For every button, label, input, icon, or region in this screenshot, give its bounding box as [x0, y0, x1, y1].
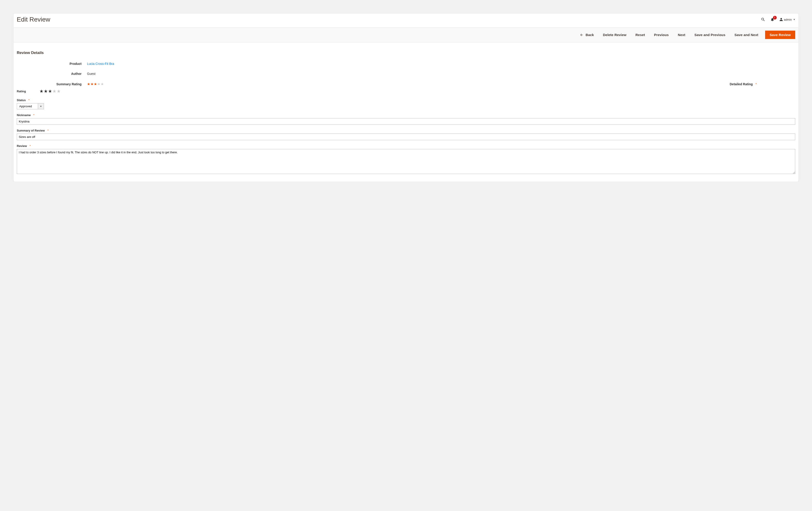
page-title: Edit Review	[17, 16, 50, 23]
author-value: Guest	[87, 72, 95, 76]
delete-review-button[interactable]: Delete Review	[598, 31, 631, 39]
content-area: Review Details Product Lucia Cross-Fit B…	[13, 43, 799, 174]
user-name-label: admin	[784, 18, 792, 21]
product-label: Product	[17, 62, 87, 65]
star-icon: ★	[100, 82, 104, 86]
save-review-button[interactable]: Save Review	[765, 31, 795, 39]
star-icon[interactable]: ★	[39, 88, 44, 94]
star-icon[interactable]: ★	[52, 88, 56, 94]
star-icon: ★	[97, 82, 100, 86]
rating-field: Rating ★★★★★	[17, 88, 795, 94]
notifications-button[interactable]: 1	[770, 17, 774, 22]
star-icon[interactable]: ★	[44, 88, 48, 94]
required-mark: *	[756, 82, 757, 86]
nickname-label: Nickname *	[17, 113, 795, 117]
status-field: Status * Approved ▼	[17, 99, 795, 109]
status-select[interactable]: Approved ▼	[17, 103, 44, 109]
author-label: Author	[17, 72, 87, 76]
rating-label: Rating	[17, 89, 39, 93]
nickname-field: Nickname *	[17, 113, 795, 125]
notification-badge: 1	[773, 16, 777, 20]
author-field: Author Guest	[17, 72, 795, 76]
star-icon: ★	[90, 82, 93, 86]
summary-input[interactable]	[17, 134, 795, 140]
search-icon[interactable]	[761, 17, 765, 22]
star-icon: ★	[87, 82, 90, 86]
chevron-down-icon: ▼	[793, 18, 795, 21]
action-bar: Back Delete Review Reset Previous Next S…	[13, 27, 799, 43]
review-label: Review *	[17, 144, 795, 147]
page-header: Edit Review 1 admin ▼	[13, 14, 799, 27]
required-mark: *	[28, 99, 29, 102]
save-next-button[interactable]: Save and Next	[730, 31, 763, 39]
section-title: Review Details	[17, 51, 795, 55]
header-actions: 1 admin ▼	[761, 17, 795, 22]
user-menu[interactable]: admin ▼	[779, 18, 795, 21]
required-mark: *	[47, 129, 49, 132]
summary-label: Summary of Review *	[17, 129, 795, 132]
save-previous-button[interactable]: Save and Previous	[690, 31, 730, 39]
back-button[interactable]: Back	[575, 31, 599, 39]
summary-rating-label: Summary Rating	[17, 82, 87, 86]
required-mark: *	[29, 144, 31, 147]
required-mark: *	[33, 113, 34, 117]
star-icon[interactable]: ★	[57, 88, 61, 94]
status-label: Status *	[17, 99, 795, 102]
product-link[interactable]: Lucia Cross-Fit Bra	[87, 62, 114, 65]
review-text-field: Review * I had to order 3 sizes before I…	[17, 144, 795, 174]
rating-stars[interactable]: ★★★★★	[39, 88, 61, 94]
summary-rating-row: Summary Rating ★★★★★ Detailed Rating *	[17, 82, 795, 86]
previous-button[interactable]: Previous	[649, 31, 673, 39]
review-textarea[interactable]: I had to order 3 sizes before I found my…	[17, 149, 795, 174]
status-select-input[interactable]: Approved	[17, 103, 38, 109]
star-icon[interactable]: ★	[48, 88, 52, 94]
summary-rating-stars: ★★★★★	[87, 82, 104, 86]
chevron-down-icon: ▼	[38, 103, 44, 109]
star-icon: ★	[94, 82, 97, 86]
user-icon	[779, 18, 783, 21]
nickname-input[interactable]	[17, 118, 795, 125]
detailed-rating-label: Detailed Rating *	[730, 82, 757, 86]
reset-button[interactable]: Reset	[631, 31, 649, 39]
summary-field: Summary of Review *	[17, 129, 795, 140]
arrow-left-icon	[580, 33, 583, 37]
next-button[interactable]: Next	[673, 31, 690, 39]
product-field: Product Lucia Cross-Fit Bra	[17, 62, 795, 65]
